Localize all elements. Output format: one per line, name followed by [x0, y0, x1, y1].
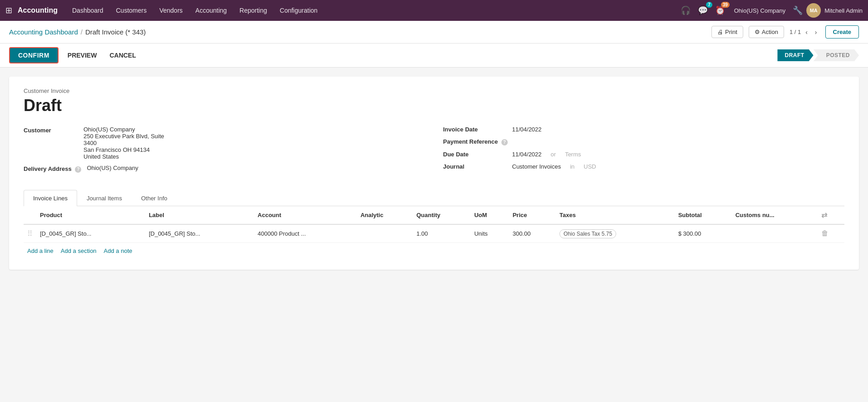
col-product: Product [36, 206, 145, 224]
row-uom[interactable]: Units [471, 224, 509, 243]
row-customs [732, 224, 818, 243]
row-quantity[interactable]: 1.00 [413, 224, 471, 243]
customer-address2: 3400 [83, 140, 164, 146]
customer-address4: United States [83, 153, 164, 160]
chat-icon[interactable]: 💬 7 [696, 4, 710, 17]
avatar[interactable]: MA [806, 3, 821, 18]
create-button[interactable]: Create [825, 25, 859, 39]
invoice-status-title: Draft [24, 96, 844, 115]
customer-name[interactable]: Ohio(US) Company [83, 126, 164, 133]
row-analytic[interactable] [357, 224, 412, 243]
main-content: Customer Invoice Draft Customer Ohio(US)… [0, 68, 868, 402]
form-layout: Customer Ohio(US) Company 250 Executive … [24, 126, 844, 177]
confirm-button[interactable]: CONFIRM [9, 47, 59, 63]
journal-in: in [570, 163, 574, 170]
nav-dashboard[interactable]: Dashboard [67, 4, 109, 17]
col-uom: UoM [471, 206, 509, 224]
nav-icons: 🎧 💬 7 ⏰ 39 Ohio(US) Company 🔧 MA Mitchel… [679, 3, 863, 18]
tab-journal-items[interactable]: Journal Items [77, 190, 132, 206]
status-draft[interactable]: DRAFT [777, 49, 813, 61]
tab-invoice-lines[interactable]: Invoice Lines [24, 190, 77, 206]
payment-reference-row: Payment Reference ? [443, 138, 845, 145]
nav-configuration[interactable]: Configuration [275, 4, 323, 17]
customer-address1: 250 Executive Park Blvd, Suite [83, 133, 164, 140]
add-links: Add a line Add a section Add a note [24, 243, 844, 259]
due-date-terms[interactable]: Terms [565, 151, 581, 158]
drag-handle-icon[interactable]: ⠿ [27, 230, 33, 237]
prev-page-button[interactable]: ‹ [803, 28, 810, 37]
action-bar: CONFIRM PREVIEW CANCEL DRAFT POSTED [0, 44, 868, 68]
delivery-address-label: Delivery Address ? [24, 165, 81, 173]
breadcrumb-current: Draft Invoice (* 343) [85, 28, 146, 36]
due-date-value[interactable]: 11/04/2022 [512, 151, 542, 158]
clock-icon[interactable]: ⏰ 39 [713, 4, 727, 17]
form-right: Invoice Date 11/04/2022 Payment Referenc… [443, 126, 845, 177]
due-date-label: Due Date [443, 151, 507, 158]
row-account[interactable]: 400000 Product ... [254, 224, 357, 243]
customer-address3: San Francisco OH 94134 [83, 146, 164, 153]
user-name: Mitchell Admin [824, 7, 863, 14]
delivery-address-value[interactable]: Ohio(US) Company [87, 165, 138, 171]
preview-button[interactable]: PREVIEW [64, 50, 101, 61]
add-line-link[interactable]: Add a line [27, 247, 54, 254]
col-quantity: Quantity [413, 206, 471, 224]
add-section-link[interactable]: Add a section [61, 247, 97, 254]
left-actions: CONFIRM PREVIEW CANCEL [9, 47, 140, 63]
tab-other-info[interactable]: Other Info [132, 190, 177, 206]
print-icon: 🖨 [717, 29, 723, 35]
col-label: Label [145, 206, 254, 224]
action-button[interactable]: ⚙ Action [749, 26, 784, 38]
col-analytic: Analytic [357, 206, 412, 224]
breadcrumb-bar: Accounting Dashboard / Draft Invoice (* … [0, 21, 868, 44]
col-price: Price [509, 206, 556, 224]
print-button[interactable]: 🖨 Print [711, 26, 743, 38]
row-price[interactable]: 300.00 [509, 224, 556, 243]
journal-currency[interactable]: USD [584, 163, 596, 170]
headset-icon[interactable]: 🎧 [679, 4, 692, 17]
row-taxes: Ohio Sales Tax 5.75 [556, 224, 675, 243]
nav-vendors[interactable]: Vendors [154, 4, 188, 17]
status-pipeline: DRAFT POSTED [777, 49, 859, 61]
col-subtotal: Subtotal [675, 206, 732, 224]
nav-customers[interactable]: Customers [111, 4, 152, 17]
chat-badge: 7 [706, 2, 712, 8]
row-label[interactable]: [D_0045_GR] Sto... [145, 224, 254, 243]
breadcrumb-parent[interactable]: Accounting Dashboard [9, 28, 78, 36]
cancel-button[interactable]: CANCEL [106, 50, 139, 61]
tax-badge[interactable]: Ohio Sales Tax 5.75 [559, 229, 616, 238]
nav-reporting[interactable]: Reporting [234, 4, 273, 17]
delete-row-icon[interactable]: 🗑 [821, 229, 829, 237]
journal-value[interactable]: Customer Invoices [512, 163, 561, 170]
next-page-button[interactable]: › [812, 28, 820, 37]
row-subtotal: $ 300.00 [675, 224, 732, 243]
nav-accounting[interactable]: Accounting [190, 4, 232, 17]
invoice-date-row: Invoice Date 11/04/2022 [443, 126, 845, 133]
app-grid-icon[interactable]: ⊞ [5, 5, 12, 15]
due-date-or: or [551, 151, 556, 158]
invoice-type: Customer Invoice [24, 87, 844, 94]
invoice-table: Product Label Account Analytic Quantity … [24, 206, 844, 243]
invoice-date-value[interactable]: 11/04/2022 [512, 126, 542, 133]
tools-icon[interactable]: 🔧 [793, 5, 803, 15]
add-note-link[interactable]: Add a note [104, 247, 132, 254]
col-customs: Customs nu... [732, 206, 818, 224]
due-date-row: Due Date 11/04/2022 or Terms [443, 151, 845, 158]
document-card: Customer Invoice Draft Customer Ohio(US)… [9, 77, 859, 270]
row-product[interactable]: [D_0045_GR] Sto... [36, 224, 145, 243]
customer-value: Ohio(US) Company 250 Executive Park Blvd… [83, 126, 164, 160]
column-settings-icon[interactable]: ⇄ [821, 211, 827, 219]
gear-icon: ⚙ [755, 29, 760, 35]
journal-label: Journal [443, 163, 507, 170]
payment-ref-question-icon[interactable]: ? [501, 139, 508, 145]
customer-field-row: Customer Ohio(US) Company 250 Executive … [24, 126, 425, 160]
top-navigation: ⊞ Accounting Dashboard Customers Vendors… [0, 0, 868, 21]
pagination: 1 / 1 ‹ › [790, 28, 820, 37]
delivery-address-row: Delivery Address ? Ohio(US) Company [24, 165, 425, 173]
customer-label: Customer [24, 126, 78, 134]
tabs: Invoice Lines Journal Items Other Info [24, 190, 844, 206]
col-taxes: Taxes [556, 206, 675, 224]
delivery-question-icon[interactable]: ? [75, 166, 81, 173]
company-name: Ohio(US) Company [734, 7, 785, 14]
status-posted[interactable]: POSTED [814, 49, 859, 61]
app-name: Accounting [18, 6, 58, 15]
